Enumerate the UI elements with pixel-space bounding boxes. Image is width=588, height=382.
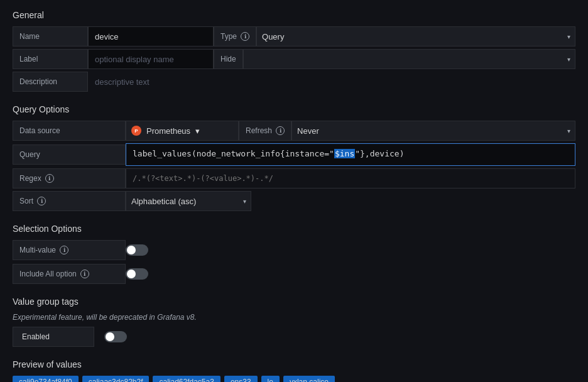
enabled-toggle[interactable] (104, 331, 127, 342)
enabled-label: Enabled (13, 327, 94, 347)
prometheus-icon: P (131, 126, 141, 136)
refresh-label: Refresh ℹ (239, 121, 291, 141)
description-label: Description (13, 72, 88, 92)
sort-select[interactable]: Alphabetical (asc) (126, 191, 251, 211)
selection-options-section: Selection Options Multi-value ℹ Include … (13, 224, 575, 284)
general-section: General Name Type ℹ Query Label Hide (13, 10, 575, 92)
data-source-chevron: ▾ (195, 126, 200, 136)
description-row: Description (13, 72, 575, 92)
data-source-name: Prometheus (146, 126, 190, 136)
preview-section: Preview of values cali9e734af84f0caliaac… (13, 359, 575, 382)
multi-value-row: Multi-value ℹ (13, 240, 575, 260)
data-source-value: P Prometheus ▾ Refresh ℹ Never (126, 121, 575, 141)
hide-select[interactable] (243, 49, 575, 69)
include-all-label: Include All option ℹ (13, 264, 126, 284)
query-input[interactable]: label_values(node_network_info{instance=… (126, 143, 575, 166)
enabled-row: Enabled (13, 327, 575, 347)
sort-select-wrapper: Alphabetical (asc) (126, 191, 251, 211)
refresh-select[interactable]: Never (291, 121, 575, 141)
multi-value-knob (127, 246, 136, 254)
label-label: Label (13, 49, 88, 69)
hide-select-wrapper (243, 49, 575, 69)
preview-tag[interactable]: vxlan.calico (283, 376, 335, 382)
multi-value-info-icon[interactable]: ℹ (60, 246, 68, 254)
preview-tag[interactable]: ens33 (224, 376, 258, 382)
type-select[interactable]: Query (256, 26, 575, 46)
regex-row: Regex ℹ (13, 168, 575, 188)
regex-info-icon[interactable]: ℹ (45, 174, 54, 183)
label-row: Label Hide (13, 49, 575, 69)
type-info-icon[interactable]: ℹ (241, 32, 249, 41)
query-row: Query label_values(node_network_info{ins… (13, 143, 575, 166)
query-options-section: Query Options Data source P Prometheus ▾… (13, 104, 575, 211)
name-row: Name Type ℹ Query (13, 26, 575, 46)
query-options-title: Query Options (13, 104, 575, 114)
label-input[interactable] (88, 49, 214, 69)
data-source-select[interactable]: P Prometheus ▾ (126, 121, 239, 141)
preview-tag[interactable]: caliaac3dc82b2f (82, 376, 150, 382)
preview-tags: cali9e734af84f0caliaac3dc82b2fcaliad62fd… (13, 376, 575, 382)
include-all-knob (127, 270, 136, 278)
sort-row: Sort ℹ Alphabetical (asc) (13, 191, 575, 211)
refresh-select-wrapper: Never (291, 121, 575, 141)
name-input[interactable] (88, 26, 214, 46)
value-group-tags-title: Value group tags (13, 297, 575, 307)
query-label: Query (13, 145, 126, 165)
preview-tag[interactable]: caliad62fdac5a3 (153, 376, 220, 382)
preview-tag[interactable]: lo (261, 376, 280, 382)
include-all-row: Include All option ℹ (13, 264, 575, 284)
type-label: Type ℹ (214, 26, 256, 46)
refresh-info-icon[interactable]: ℹ (276, 126, 285, 135)
enabled-knob (106, 332, 114, 341)
include-all-toggle[interactable] (126, 268, 148, 280)
regex-input[interactable] (126, 168, 575, 188)
general-title: General (13, 10, 575, 20)
selection-options-title: Selection Options (13, 224, 575, 234)
multi-value-toggle[interactable] (126, 244, 148, 256)
experimental-text: Experimental feature, will be deprecated… (13, 313, 575, 322)
data-source-label: Data source (13, 121, 126, 141)
regex-label: Regex ℹ (13, 168, 126, 188)
query-highlight: $ins (334, 149, 355, 158)
include-all-info-icon[interactable]: ℹ (80, 270, 89, 278)
sort-label: Sort ℹ (13, 191, 126, 211)
preview-tag[interactable]: cali9e734af84f0 (13, 376, 79, 382)
preview-title: Preview of values (13, 359, 575, 369)
description-input[interactable] (88, 72, 575, 92)
type-select-wrapper: Query (256, 26, 575, 46)
data-source-row: Data source P Prometheus ▾ Refresh ℹ Nev… (13, 121, 575, 141)
settings-page: General Name Type ℹ Query Label Hide (0, 0, 588, 382)
value-group-tags-section: Value group tags Experimental feature, w… (13, 297, 575, 347)
hide-label: Hide (214, 49, 243, 69)
multi-value-label: Multi-value ℹ (13, 240, 126, 260)
name-label: Name (13, 26, 88, 46)
sort-info-icon[interactable]: ℹ (37, 197, 46, 205)
